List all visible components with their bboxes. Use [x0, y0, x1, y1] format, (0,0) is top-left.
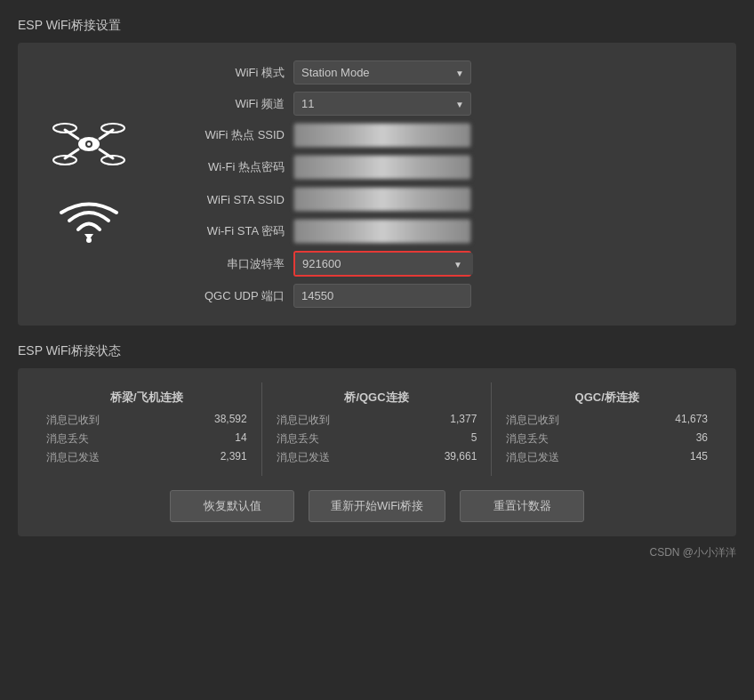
wifi-hotspot-ssid-row: WiFi 热点 SSID: [160, 123, 718, 148]
wifi-mode-select[interactable]: Station Mode AP Mode: [293, 60, 471, 84]
wifi-sta-ssid-label: WiFi STA SSID: [160, 193, 285, 206]
wifi-hotspot-password-label: Wi-Fi 热点密码: [160, 159, 285, 175]
form-col: WiFi 模式 Station Mode AP Mode WiFi 频道 11 …: [160, 60, 718, 308]
qgc-udp-port-input[interactable]: 14550: [293, 284, 471, 308]
settings-section-title: ESP WiFi桥接设置: [18, 18, 736, 34]
bridge-qgc-sent-value: 39,661: [445, 450, 477, 465]
reset-counter-button[interactable]: 重置计数器: [460, 490, 584, 522]
status-section-title: ESP WiFi桥接状态: [18, 343, 736, 359]
qgc-bridge-received-value: 41,673: [675, 413, 708, 428]
bridge-qgc-lost-label: 消息丢失: [277, 431, 319, 447]
serial-baud-select[interactable]: 921600 115200 57600: [295, 253, 473, 275]
bridge-qgc-sent-label: 消息已发送: [277, 450, 330, 465]
bridge-aircraft-sent-value: 2,391: [221, 450, 247, 465]
qgc-bridge-lost-value: 36: [696, 431, 708, 447]
settings-card: WiFi 模式 Station Mode AP Mode WiFi 频道 11 …: [18, 43, 736, 326]
bridge-aircraft-sent-label: 消息已发送: [46, 450, 100, 465]
qgc-bridge-title: QGC/桥连接: [506, 390, 708, 406]
serial-baud-label: 串口波特率: [160, 256, 285, 272]
svg-point-10: [87, 142, 91, 146]
bridge-aircraft-title: 桥梁/飞机连接: [46, 390, 247, 406]
bridge-qgc-sent-row: 消息已发送 39,661: [277, 450, 477, 465]
qgc-bridge-sent-label: 消息已发送: [506, 450, 559, 465]
wifi-sta-ssid-blurred: [293, 187, 471, 212]
bridge-qgc-lost-row: 消息丢失 5: [277, 431, 477, 447]
wifi-hotspot-ssid-blurred: [293, 123, 471, 148]
qgc-bridge-sent-value: 145: [690, 450, 708, 465]
wifi-hotspot-password-blurred: [293, 155, 471, 180]
qgc-udp-port-row: QGC UDP 端口 14550: [160, 284, 718, 308]
icons-col: [36, 60, 142, 308]
bridge-aircraft-lost-value: 14: [235, 431, 246, 447]
wifi-sta-password-blurred: [293, 219, 471, 244]
wifi-channel-select[interactable]: 11 16: [293, 92, 471, 116]
bridge-qgc-col: 桥/QGC连接 消息已收到 1,377 消息丢失 5 消息已发送 39,661: [262, 382, 493, 476]
bridge-aircraft-received-row: 消息已收到 38,592: [46, 413, 247, 428]
status-grid: 桥梁/飞机连接 消息已收到 38,592 消息丢失 14 消息已发送 2,391…: [32, 382, 722, 476]
svg-point-11: [86, 237, 92, 243]
bridge-aircraft-sent-row: 消息已发送 2,391: [46, 450, 247, 465]
serial-baud-row: 串口波特率 921600 115200 57600: [160, 251, 718, 277]
bridge-aircraft-lost-label: 消息丢失: [46, 431, 89, 447]
qgc-bridge-received-row: 消息已收到 41,673: [506, 413, 708, 428]
bridge-aircraft-lost-row: 消息丢失 14: [46, 431, 247, 447]
qgc-bridge-sent-row: 消息已发送 145: [506, 450, 708, 465]
restore-default-button[interactable]: 恢复默认值: [170, 490, 294, 522]
bridge-qgc-received-label: 消息已收到: [277, 413, 330, 428]
wifi-sta-password-row: Wi-Fi STA 密码: [160, 219, 718, 244]
action-buttons-row: 恢复默认值 重新开始WiFi桥接 重置计数器: [32, 490, 722, 522]
watermark: CSDN @小小洋洋: [18, 545, 736, 560]
bridge-aircraft-col: 桥梁/飞机连接 消息已收到 38,592 消息丢失 14 消息已发送 2,391: [32, 382, 262, 476]
bridge-qgc-received-row: 消息已收到 1,377: [277, 413, 477, 428]
qgc-bridge-col: QGC/桥连接 消息已收到 41,673 消息丢失 36 消息已发送 145: [492, 382, 722, 476]
qgc-bridge-received-label: 消息已收到: [506, 413, 559, 428]
drone-icon: [49, 117, 129, 173]
qgc-udp-port-label: QGC UDP 端口: [160, 288, 285, 304]
wifi-channel-row: WiFi 频道 11 16: [160, 92, 718, 116]
bridge-qgc-lost-value: 5: [471, 431, 477, 447]
wifi-sta-ssid-row: WiFi STA SSID: [160, 187, 718, 212]
wifi-icon: [58, 200, 120, 252]
wifi-hotspot-password-row: Wi-Fi 热点密码: [160, 155, 718, 180]
wifi-sta-password-label: Wi-Fi STA 密码: [160, 223, 285, 239]
wifi-hotspot-ssid-label: WiFi 热点 SSID: [160, 127, 285, 143]
wifi-channel-label: WiFi 频道: [160, 96, 285, 112]
qgc-bridge-lost-row: 消息丢失 36: [506, 431, 708, 447]
wifi-mode-label: WiFi 模式: [160, 65, 285, 81]
status-card: 桥梁/飞机连接 消息已收到 38,592 消息丢失 14 消息已发送 2,391…: [18, 368, 736, 536]
bridge-aircraft-received-label: 消息已收到: [46, 413, 100, 428]
wifi-mode-row: WiFi 模式 Station Mode AP Mode: [160, 60, 718, 84]
bridge-qgc-title: 桥/QGC连接: [277, 390, 477, 406]
restart-wifi-button[interactable]: 重新开始WiFi桥接: [309, 490, 445, 522]
qgc-bridge-lost-label: 消息丢失: [506, 431, 549, 447]
bridge-aircraft-received-value: 38,592: [214, 413, 247, 428]
bridge-qgc-received-value: 1,377: [450, 413, 477, 428]
